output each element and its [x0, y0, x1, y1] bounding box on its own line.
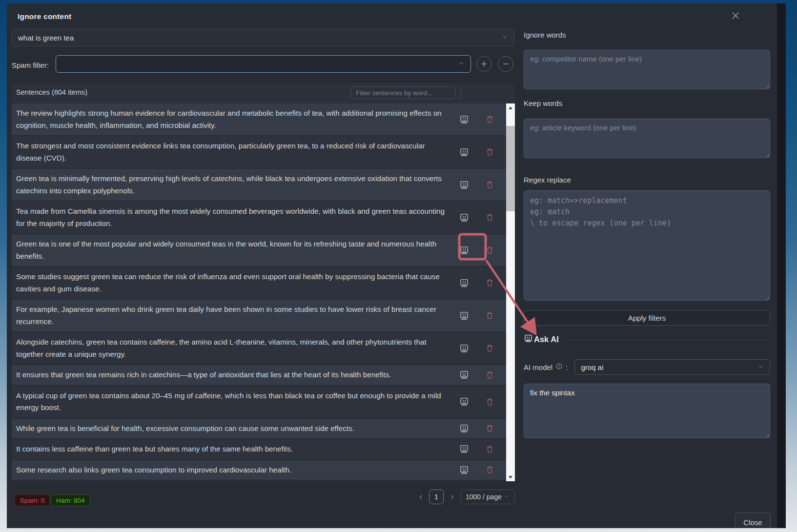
sentence-text: A typical cup of green tea contains abou… — [16, 390, 447, 414]
header-divider — [461, 86, 461, 99]
table-row: The strongest and most consistent eviden… — [12, 136, 506, 169]
chevron-down-icon — [458, 60, 465, 68]
sentence-text: Green tea is minimally fermented, preser… — [16, 173, 447, 197]
ai-model-value: groq ai — [581, 363, 603, 371]
ask-ai-robot-icon[interactable] — [459, 444, 469, 454]
delete-trash-icon[interactable] — [485, 424, 494, 433]
delete-trash-icon[interactable] — [485, 465, 494, 474]
prev-page-icon[interactable] — [417, 490, 425, 504]
sentences-count-label: Sentences (804 items) — [16, 88, 87, 96]
ignore-content-dialog: Ignore content what is green tea Spam fi… — [7, 3, 777, 528]
keep-words-textarea[interactable] — [524, 119, 770, 158]
ai-model-row: AI model : groq ai — [524, 359, 770, 375]
delete-trash-icon[interactable] — [485, 147, 494, 157]
ai-prompt-textarea[interactable]: fix the spintax — [524, 384, 770, 438]
delete-trash-icon[interactable] — [485, 311, 494, 320]
filters-panel: Ignore words Keep words Regex replace Ap… — [524, 31, 770, 438]
row-actions — [459, 424, 494, 433]
table-row: Alongside catechins, green tea contains … — [12, 332, 506, 365]
row-actions — [459, 444, 494, 454]
ask-ai-robot-icon[interactable] — [459, 344, 469, 353]
page-size-select[interactable]: 1000 / page — [460, 490, 515, 504]
row-actions — [459, 246, 494, 255]
regex-replace-label: Regex replace — [524, 176, 770, 184]
table-row: Some studies suggest green tea can reduc… — [12, 267, 506, 300]
delete-trash-icon[interactable] — [485, 180, 494, 189]
ai-model-select[interactable]: groq ai — [574, 359, 770, 375]
delete-trash-icon[interactable] — [485, 445, 494, 454]
delete-trash-icon[interactable] — [485, 344, 494, 353]
ask-ai-robot-icon[interactable] — [459, 311, 469, 321]
ask-ai-robot-icon[interactable] — [459, 424, 469, 433]
sentence-text: While green tea is beneficial for health… — [16, 423, 447, 435]
delete-trash-icon[interactable] — [485, 115, 494, 124]
ask-ai-robot-icon[interactable] — [459, 180, 469, 190]
dialog-close-icon[interactable] — [728, 8, 743, 23]
row-actions — [459, 311, 494, 321]
add-filter-button[interactable] — [476, 56, 492, 72]
query-select-value: what is green tea — [18, 34, 74, 42]
ask-ai-section-header: Ask AI — [524, 334, 770, 345]
section-divider — [568, 339, 770, 340]
page-size-value: 1000 / page — [466, 493, 502, 501]
robot-icon — [524, 334, 533, 345]
ask-ai-robot-icon[interactable] — [459, 115, 469, 124]
remove-filter-button[interactable] — [498, 56, 513, 72]
regex-replace-textarea[interactable] — [524, 190, 770, 301]
sentence-text: The strongest and most consistent eviden… — [16, 140, 447, 164]
table-row: While green tea is beneficial for health… — [12, 419, 506, 440]
page-number-button[interactable]: 1 — [429, 490, 444, 504]
table-row: Green tea is minimally fermented, preser… — [12, 169, 506, 202]
page-background: Ignore content what is green tea Spam fi… — [7, 3, 786, 528]
dialog-title: Ignore content — [18, 12, 71, 21]
row-actions — [459, 370, 494, 380]
sentence-text: Some studies suggest green tea can reduc… — [16, 271, 447, 295]
scrollbar-down-arrow-icon[interactable] — [506, 473, 515, 481]
ask-ai-robot-icon[interactable] — [459, 465, 469, 475]
sentence-text: Tea made from Camellia sinensis is among… — [16, 205, 447, 229]
close-button[interactable]: Close — [735, 512, 771, 528]
apply-filters-button[interactable]: Apply filters — [524, 310, 770, 326]
row-actions — [459, 213, 494, 223]
scrollbar-up-arrow-icon[interactable] — [506, 103, 515, 112]
ask-ai-robot-icon[interactable] — [459, 147, 469, 157]
delete-trash-icon[interactable] — [485, 278, 494, 287]
sentences-list: The review highlights strong human evide… — [12, 103, 506, 481]
spam-filter-select[interactable] — [56, 55, 471, 73]
list-scrollbar[interactable] — [506, 103, 515, 481]
info-icon[interactable] — [555, 363, 563, 371]
scrollbar-thumb[interactable] — [506, 126, 515, 211]
sentence-text: Alongside catechins, green tea contains … — [16, 336, 447, 360]
table-row: It contains less caffeine than green tea… — [12, 439, 506, 460]
ignore-words-label: Ignore words — [524, 31, 770, 39]
pagination: 1 1000 / page — [12, 490, 515, 504]
keep-words-label: Keep words — [524, 99, 770, 107]
next-page-icon[interactable] — [448, 490, 456, 504]
sentence-text: The review highlights strong human evide… — [16, 107, 447, 131]
filter-sentences-input[interactable] — [350, 86, 455, 99]
table-row: Tea made from Camellia sinensis is among… — [12, 202, 506, 234]
sentence-text: Some research also links green tea consu… — [16, 464, 447, 476]
sentence-text: Green tea is one of the most popular and… — [16, 238, 447, 262]
ask-ai-robot-icon[interactable] — [459, 397, 469, 407]
delete-trash-icon[interactable] — [485, 370, 494, 380]
sentence-text: It contains less caffeine than green tea… — [16, 443, 447, 455]
ask-ai-robot-icon[interactable] — [459, 278, 469, 288]
delete-trash-icon[interactable] — [485, 213, 494, 222]
delete-trash-icon[interactable] — [485, 246, 494, 255]
table-row: For example, Japanese women who drink gr… — [12, 300, 506, 332]
row-actions — [459, 147, 494, 157]
ask-ai-title: Ask AI — [534, 335, 559, 344]
ask-ai-robot-icon[interactable] — [459, 370, 469, 380]
ask-ai-robot-icon[interactable] — [459, 213, 469, 223]
delete-trash-icon[interactable] — [485, 397, 494, 407]
table-row: Green tea is one of the most popular and… — [12, 234, 506, 267]
query-select[interactable]: what is green tea — [12, 29, 514, 46]
row-actions — [459, 180, 494, 190]
ignore-words-textarea[interactable] — [524, 50, 770, 89]
ask-ai-robot-icon[interactable] — [459, 246, 469, 255]
sentences-header: Sentences (804 items) — [12, 83, 515, 103]
chevron-down-icon — [501, 34, 508, 42]
row-actions — [459, 344, 494, 353]
table-row: Some research also links green tea consu… — [12, 460, 506, 481]
